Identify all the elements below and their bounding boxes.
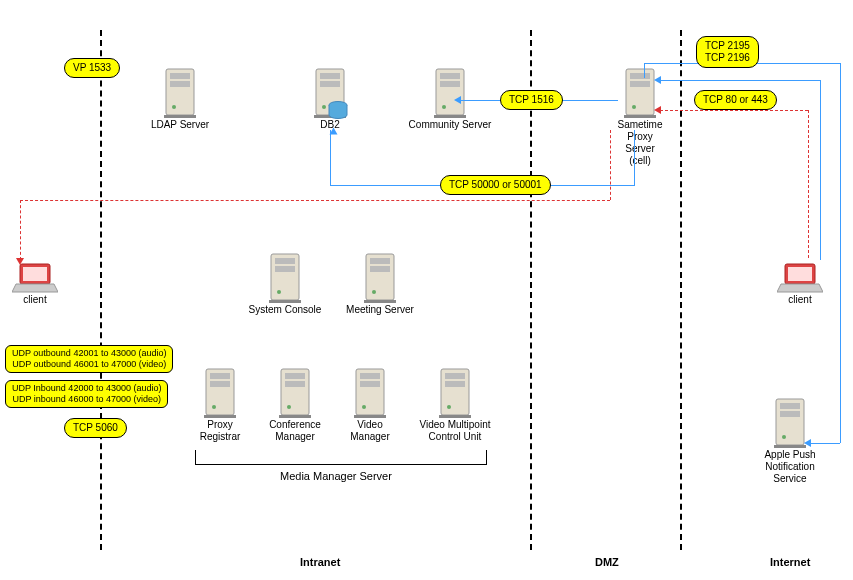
arrow-sametime-apns (810, 443, 840, 444)
node-apns: Apple Push Notification Service (745, 395, 835, 485)
server-icon (265, 250, 305, 304)
port-udp-outbound: UDP outbound 42001 to 43000 (audio) UDP … (5, 345, 173, 373)
zone-divider (100, 30, 102, 550)
node-db2: DB2 (290, 65, 370, 131)
port-vp1533: VP 1533 (64, 58, 120, 78)
node-label: LDAP Server (140, 119, 220, 131)
node-label: Apple Push Notification Service (745, 449, 835, 485)
server-icon (350, 365, 390, 419)
node-label: client (5, 294, 65, 306)
node-system-console: System Console (240, 250, 330, 316)
node-conference-manager: Conference Manager (258, 365, 332, 443)
node-label: Meeting Server (335, 304, 425, 316)
media-manager-label: Media Manager Server (280, 470, 392, 482)
port-tcp2195: TCP 2195 TCP 2196 (696, 36, 759, 68)
arrow-sametime-db2 (330, 130, 331, 186)
arrow-sametime-db2 (634, 130, 635, 185)
arrowhead-icon (330, 128, 338, 135)
node-client-right: client (770, 258, 830, 306)
port-tcp80: TCP 80 or 443 (694, 90, 777, 110)
server-icon (275, 365, 315, 419)
node-label: Video Manager (335, 419, 405, 443)
node-client-left: client (5, 258, 65, 306)
arrow-red-client-path (808, 110, 809, 258)
arrow-red-client-path (20, 200, 21, 260)
server-icon (430, 65, 470, 119)
port-tcp5060: TCP 5060 (64, 418, 127, 438)
server-icon (435, 365, 475, 419)
node-video-manager: Video Manager (335, 365, 405, 443)
node-label: Proxy Registrar (185, 419, 255, 443)
zone-label-intranet: Intranet (300, 556, 340, 568)
node-label: Video Multipoint Control Unit (405, 419, 505, 443)
arrow-red-client-path (660, 110, 808, 111)
database-icon (328, 101, 348, 119)
node-proxy-registrar: Proxy Registrar (185, 365, 255, 443)
zone-divider (680, 30, 682, 550)
server-icon (360, 250, 400, 304)
node-label: Conference Manager (258, 419, 332, 443)
server-icon (200, 365, 240, 419)
arrowhead-icon (16, 258, 24, 265)
arrow-red-client-path (20, 200, 610, 201)
node-ldap-server: LDAP Server (140, 65, 220, 131)
node-label: Community Server (400, 119, 500, 131)
node-label: Sametime Proxy Server (cell) (600, 119, 680, 167)
arrow-client-sametime (660, 80, 820, 81)
zone-label-internet: Internet (770, 556, 810, 568)
node-vmcu: Video Multipoint Control Unit (405, 365, 505, 443)
arrow-sametime-apns (840, 63, 841, 443)
arrowhead-icon (654, 106, 661, 114)
port-tcp50000: TCP 50000 or 50001 (440, 175, 551, 195)
laptop-icon (777, 258, 823, 294)
node-label: System Console (240, 304, 330, 316)
arrow-sametime-apns (644, 63, 645, 78)
arrowhead-icon (654, 76, 661, 84)
node-meeting-server: Meeting Server (335, 250, 425, 316)
arrowhead-icon (454, 96, 461, 104)
node-label: client (770, 294, 830, 306)
media-manager-bracket (195, 450, 487, 465)
node-community-server: Community Server (400, 65, 500, 131)
port-udp-inbound: UDP Inbound 42000 to 43000 (audio) UDP i… (5, 380, 168, 408)
port-tcp1516: TCP 1516 (500, 90, 563, 110)
arrow-client-sametime (820, 80, 821, 260)
arrow-sametime-apns (644, 63, 660, 64)
arrowhead-icon (804, 439, 811, 447)
zone-label-dmz: DMZ (595, 556, 619, 568)
server-icon (160, 65, 200, 119)
arrow-red-client-path (610, 130, 611, 200)
